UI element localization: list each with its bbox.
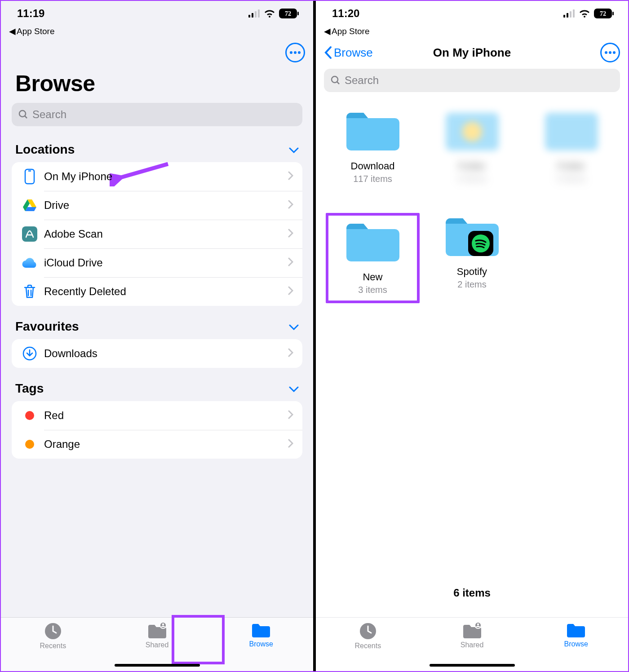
tab-label: Browse — [249, 640, 273, 648]
search-input[interactable]: Search — [324, 69, 620, 92]
folder-name: Folder — [458, 160, 486, 172]
search-placeholder: Search — [345, 74, 379, 87]
chevron-right-icon — [288, 410, 293, 421]
svg-rect-5 — [297, 12, 299, 15]
back-to-app-label: App Store — [17, 27, 55, 36]
trash-icon — [21, 284, 39, 299]
tab-recents[interactable]: Recents — [316, 622, 420, 671]
location-adobe-scan[interactable]: Adobe Scan — [12, 220, 302, 248]
svg-line-11 — [25, 116, 27, 118]
search-icon — [18, 109, 29, 120]
search-placeholder: Search — [32, 108, 66, 121]
folder-spotify[interactable]: Spotify 2 items — [425, 213, 519, 303]
tab-label: Shared — [146, 641, 169, 649]
nav-row — [1, 39, 313, 66]
location-on-my-iphone[interactable]: On My iPhone — [12, 162, 302, 191]
svg-rect-20 — [563, 15, 565, 18]
svg-rect-23 — [573, 9, 575, 18]
svg-point-33 — [462, 122, 482, 141]
tab-label: Shared — [461, 641, 484, 649]
status-bar: 11:19 72 — [1, 1, 313, 26]
folder-download[interactable]: Download 117 items — [326, 107, 420, 184]
shared-folder-icon — [462, 622, 482, 639]
location-label: Adobe Scan — [44, 228, 103, 240]
svg-rect-1 — [252, 13, 253, 18]
svg-rect-25 — [612, 12, 614, 15]
folder-name: Download — [351, 160, 395, 172]
tag-orange[interactable]: Orange — [12, 430, 302, 459]
phone-right: 11:20 72 ◀ App Store Browse On My iPhone… — [316, 1, 628, 671]
tab-recents[interactable]: Recents — [1, 622, 105, 671]
tag-dot-icon — [21, 411, 39, 420]
tag-label: Red — [44, 409, 64, 422]
tag-label: Orange — [44, 438, 80, 451]
svg-point-30 — [332, 76, 338, 83]
location-label: Recently Deleted — [44, 285, 126, 298]
section-title: Locations — [15, 142, 75, 157]
svg-rect-13 — [25, 169, 34, 184]
svg-point-38 — [477, 623, 479, 626]
back-caret-icon: ◀ — [9, 26, 16, 36]
folder-grid: Download 117 items Folder 0 items Folder… — [316, 103, 628, 303]
status-bar: 11:20 72 — [316, 1, 628, 26]
wifi-icon — [579, 9, 590, 18]
svg-text:72: 72 — [285, 10, 291, 17]
back-to-app[interactable]: ◀ App Store — [1, 26, 313, 39]
tab-browse[interactable]: Browse — [524, 622, 628, 671]
folder-blurred[interactable]: Folder 0 items — [524, 107, 618, 184]
search-input[interactable]: Search — [12, 103, 302, 126]
svg-point-9 — [298, 51, 301, 54]
location-label: iCloud Drive — [44, 256, 103, 269]
phone-left: 11:19 72 ◀ App Store Browse Search Locat… — [1, 1, 313, 671]
svg-rect-34 — [545, 113, 598, 150]
tab-browse[interactable]: Browse — [209, 622, 313, 671]
chevron-left-icon — [324, 46, 332, 59]
chevron-right-icon — [288, 257, 293, 268]
section-header-favourites[interactable]: Favourites — [1, 306, 313, 339]
section-header-locations[interactable]: Locations — [1, 134, 313, 162]
home-indicator[interactable] — [430, 664, 515, 667]
back-to-app[interactable]: ◀ App Store — [316, 26, 628, 39]
svg-point-19 — [162, 623, 164, 626]
clock-icon — [44, 622, 62, 640]
folder-name: Folder — [557, 160, 585, 172]
search-icon — [330, 75, 341, 86]
folder-blurred[interactable]: Folder 0 items — [425, 107, 519, 184]
folder-icon — [443, 107, 501, 152]
status-indicators: 72 — [248, 9, 299, 18]
tag-red[interactable]: Red — [12, 401, 302, 430]
status-time: 11:19 — [17, 7, 44, 20]
folder-count: 0 items — [557, 174, 585, 184]
location-recently-deleted[interactable]: Recently Deleted — [12, 277, 302, 306]
back-caret-icon: ◀ — [324, 26, 331, 36]
chevron-down-icon — [289, 142, 299, 157]
tab-label: Browse — [564, 640, 588, 648]
favourite-downloads[interactable]: Downloads — [12, 339, 302, 368]
iphone-icon — [21, 168, 39, 185]
adobe-scan-icon — [21, 226, 39, 242]
location-icloud-drive[interactable]: iCloud Drive — [12, 248, 302, 277]
chevron-right-icon — [288, 439, 293, 450]
google-drive-icon — [21, 199, 39, 211]
section-header-tags[interactable]: Tags — [1, 368, 313, 401]
back-button[interactable]: Browse — [324, 46, 373, 60]
folder-icon — [251, 622, 271, 638]
chevron-down-icon — [289, 381, 299, 396]
section-title: Tags — [15, 381, 44, 396]
folder-new[interactable]: New 3 items — [326, 213, 420, 303]
location-drive[interactable]: Drive — [12, 191, 302, 220]
folder-count: 2 items — [457, 279, 486, 290]
page-title: Browse — [1, 66, 313, 103]
battery-icon: 72 — [594, 9, 614, 18]
back-to-app-label: App Store — [332, 27, 370, 36]
more-button[interactable] — [285, 43, 305, 62]
tags-list: Red Orange — [12, 401, 302, 459]
location-label: On My iPhone — [44, 170, 112, 183]
home-indicator[interactable] — [115, 664, 200, 667]
svg-point-8 — [294, 51, 297, 54]
svg-point-29 — [613, 51, 616, 54]
more-button[interactable] — [600, 43, 620, 62]
favourites-list: Downloads — [12, 339, 302, 368]
tab-bar: Recents Shared Browse — [316, 617, 628, 671]
status-time: 11:20 — [332, 7, 359, 20]
